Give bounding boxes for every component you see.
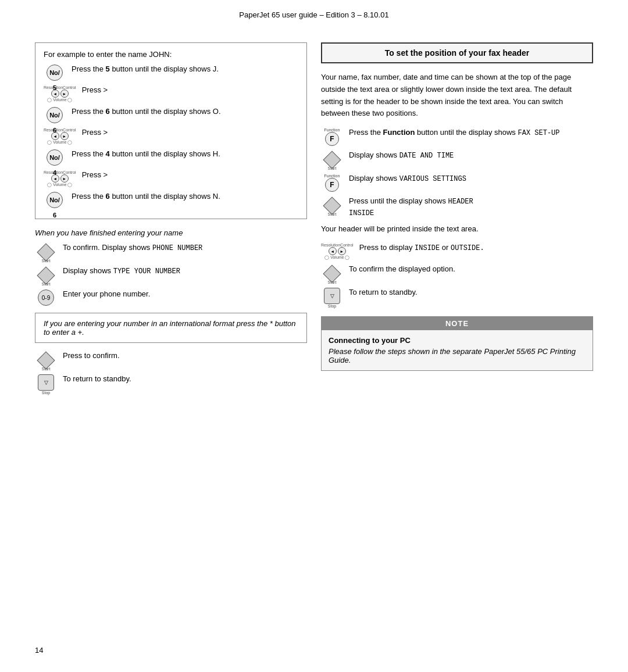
page-header: PaperJet 65 user guide – Edition 3 – 8.1… xyxy=(0,0,628,25)
start-diamond-icon-right-3: Start xyxy=(321,263,343,283)
step-press-5: No/5 Press the 5 button until the displa… xyxy=(44,63,298,81)
when-finished-label: When you have finished entering your nam… xyxy=(35,228,307,237)
step-press-gt-1: ResolutionControl ◄ ► ◯ Volume ◯ Press > xyxy=(44,84,298,102)
page-number: 14 xyxy=(35,646,43,655)
step-press-gt-2: ResolutionControl ◄ ► ◯ Volume ◯ Press > xyxy=(44,127,298,145)
res-ctrl-icon-right: ResolutionControl ◄ ► ◯ Volume ◯ xyxy=(321,242,354,260)
step-press-4: No/4 Press the 4 button until the displa… xyxy=(44,148,298,166)
step-return-standby-right: ▽ Stop To return to standby. xyxy=(321,287,593,308)
step-press-gt-3: ResolutionControl ◄ ► ◯ Volume ◯ Press > xyxy=(44,169,298,187)
note-body: Connecting to your PC Please follow the … xyxy=(322,330,593,370)
stop-icon-right: ▽ Stop xyxy=(321,287,343,308)
step-confirm-start: Start To confirm. Display shows PHONE NU… xyxy=(35,242,307,262)
step-press-confirm: Start Press to confirm. xyxy=(35,350,307,370)
step-confirm-option: Start To confirm the displayed option. xyxy=(321,263,593,283)
function-button-icon: Function F xyxy=(321,127,343,146)
start-diamond-icon-1: Start xyxy=(35,242,57,262)
button-4-icon: No/4 xyxy=(44,148,66,166)
john-example-box: For example to enter the name JOHN: No/5… xyxy=(35,42,307,219)
step-enter-phone: 0-9 Enter your phone number. xyxy=(35,288,307,306)
note-box: NOTE Connecting to your PC Please follow… xyxy=(321,316,593,371)
start-diamond-icon-right-1: Start xyxy=(321,149,343,169)
right-column: To set the position of your fax header Y… xyxy=(321,42,593,371)
fax-header-title: To set the position of your fax header xyxy=(385,48,530,58)
step-function-button: Function F Press the Function button unt… xyxy=(321,127,593,146)
res-ctrl-icon-1: ResolutionControl ◄ ► ◯ Volume ◯ xyxy=(44,84,76,102)
button-09-icon: 0-9 xyxy=(35,288,57,306)
international-note-box: If you are entering your number in an in… xyxy=(35,313,307,343)
step-press-6-first: No/6 Press the 6 button until the displa… xyxy=(44,106,298,123)
fax-header-para: Your name, fax number, date and time can… xyxy=(321,72,593,120)
step-various-settings: Function F Display shows VARIOUS SETTING… xyxy=(321,173,593,192)
step-date-time: Start Display shows DATE AND TIME xyxy=(321,149,593,169)
page-title: PaperJet 65 user guide – Edition 3 – 8.1… xyxy=(239,10,388,19)
step-press-6-second: No/6 Press the 6 button until the displa… xyxy=(44,191,298,208)
fax-header-title-box: To set the position of your fax header xyxy=(321,42,593,63)
step-display-type: Start Display shows TYPE YOUR NUMBER xyxy=(35,265,307,285)
step-inside-outside: ResolutionControl ◄ ► ◯ Volume ◯ Press t… xyxy=(321,242,593,260)
step-header-inside: Start Press until the display shows HEAD… xyxy=(321,195,593,219)
res-ctrl-icon-2: ResolutionControl ◄ ► ◯ Volume ◯ xyxy=(44,127,76,145)
example-intro: For example to enter the name JOHN: xyxy=(44,50,298,59)
function-button-icon-2: Function F xyxy=(321,173,343,192)
stop-icon-left: ▽ Stop xyxy=(35,373,57,395)
button-6-icon-first: No/6 xyxy=(44,106,66,123)
button-6-icon-second: No/6 xyxy=(44,191,66,208)
note-header-label: NOTE xyxy=(322,317,593,330)
start-diamond-icon-2: Start xyxy=(35,265,57,285)
step-return-standby-left: ▽ Stop To return to standby. xyxy=(35,373,307,395)
left-column: For example to enter the name JOHN: No/5… xyxy=(35,42,307,398)
note-italic-text: Please follow the steps shown in the sep… xyxy=(329,347,586,364)
button-5-icon: No/5 xyxy=(44,63,66,81)
res-ctrl-icon-3: ResolutionControl ◄ ► ◯ Volume ◯ xyxy=(44,169,76,187)
header-printed-text: Your header will be printed inside the t… xyxy=(321,223,593,235)
start-diamond-icon-right-2: Start xyxy=(321,195,343,215)
note-connecting-label: Connecting to your PC xyxy=(329,336,586,345)
start-diamond-icon-3: Start xyxy=(35,350,57,370)
